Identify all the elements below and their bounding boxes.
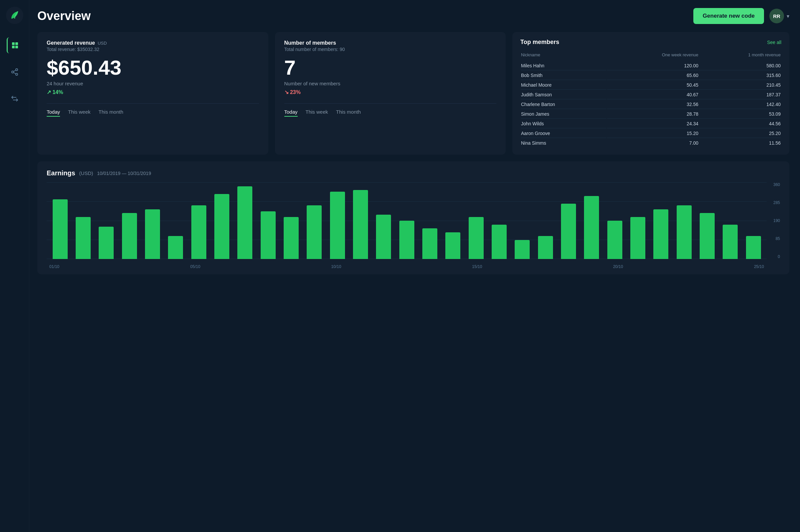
logo [6,7,23,24]
svg-point-6 [12,71,14,73]
member-month-revenue: 187.37 [699,90,781,99]
revenue-tab-today[interactable]: Today [47,109,60,117]
bar [261,211,276,259]
earnings-header: Earnings (USD) 10/01/2019 — 10/31/2019 [47,169,780,177]
bar-group [119,182,140,259]
bar [723,225,738,259]
bar-group [512,182,533,259]
bar-group [327,182,348,259]
bar [445,232,460,259]
avatar-button[interactable]: RR ▾ [769,9,789,23]
svg-line-8 [13,73,16,74]
generate-code-button[interactable]: Generate new code [693,8,764,24]
chevron-down-icon: ▾ [787,13,789,19]
bar-group [442,182,464,259]
members-tab-month[interactable]: This month [336,109,361,117]
bar [492,225,507,259]
bar [353,190,368,259]
avatar: RR [769,9,784,23]
bar [538,236,553,259]
member-month-revenue: 210.45 [699,81,781,90]
x-label-2510: 25/10 [754,264,764,269]
svg-rect-3 [12,46,15,48]
revenue-tab-week[interactable]: This week [68,109,91,117]
table-row: Bob Smith 65.60 315.60 [521,71,781,80]
members-sublabel: Total number of members: 90 [284,47,497,52]
bar-group [234,182,256,259]
member-name: Simon James [521,110,606,119]
revenue-tab-month[interactable]: This month [99,109,123,117]
top-members-title: Top members [520,39,559,46]
bar [191,205,206,259]
member-week-revenue: 7.00 [607,139,698,147]
revenue-label: Generated revenue [47,40,95,46]
table-row: John Wilds 24.34 44.56 [521,119,781,128]
col-nickname: Nickname [521,51,606,61]
bar-group [743,182,764,259]
sidebar-item-transfer[interactable] [7,91,23,107]
table-row: Miles Hahn 120.00 580.00 [521,61,781,70]
bar [122,213,137,259]
table-row: Michael Moore 50.45 210.45 [521,81,781,90]
x-label-1510: 15/10 [472,264,482,269]
member-week-revenue: 120.00 [607,61,698,70]
member-name: Nina Simms [521,139,606,147]
bar [53,200,68,259]
revenue-value: $650.43 [47,57,259,78]
bar-group [350,182,371,259]
sidebar-item-dashboard[interactable] [7,37,23,53]
bar-group [165,182,186,259]
bar-group [211,182,232,259]
members-card: Number of members Total number of member… [275,32,506,155]
sidebar-item-share[interactable] [7,64,23,80]
svg-rect-2 [15,42,18,45]
bar [168,236,183,259]
member-month-revenue: 315.60 [699,71,781,80]
bar [330,192,345,259]
revenue-desc: 24 hour revenue [47,81,259,86]
see-all-link[interactable]: See all [767,40,781,45]
members-tab-today[interactable]: Today [284,109,298,117]
cards-row: Generated revenue USD Total revenue: $35… [37,32,789,155]
earnings-range: 10/01/2019 — 10/31/2019 [97,171,151,176]
chart-x-labels: 01/10 05/10 10/10 15/10 20/10 25/10 [47,264,767,269]
bar-group [558,182,579,259]
x-label-0510: 05/10 [190,264,200,269]
bar [214,194,229,259]
member-week-revenue: 32.56 [607,100,698,109]
member-week-revenue: 24.34 [607,119,698,128]
sidebar-nav [7,37,23,525]
earnings-chart: 360 285 190 85 0 01/10 05/10 10/10 15/10… [47,182,780,269]
bar-group [142,182,163,259]
revenue-trend: ↗ 14% [47,89,259,95]
bar-group [627,182,648,259]
bar [399,221,414,259]
bar [284,217,299,259]
trend-up-icon: ↗ [47,89,51,95]
bar [145,209,160,259]
member-name: John Wilds [521,119,606,128]
svg-point-7 [16,73,18,75]
bar-group [280,182,302,259]
bar-group [650,182,672,259]
table-row: Nina Simms 7.00 11.56 [521,139,781,147]
member-week-revenue: 50.45 [607,81,698,90]
page-title: Overview [37,9,91,23]
members-tab-week[interactable]: This week [306,109,328,117]
member-month-revenue: 53.09 [699,110,781,119]
bar-group [396,182,417,259]
col-month-revenue: 1 month revenue [699,51,781,61]
col-week-revenue: One week revenue [607,51,698,61]
member-name: Charlene Barton [521,100,606,109]
bar [630,217,645,259]
chart-bars [47,182,767,259]
member-month-revenue: 25.20 [699,129,781,138]
sidebar [0,0,29,532]
bar [237,186,252,259]
bar-group [673,182,695,259]
bar [653,209,668,259]
top-members-header: Top members See all [520,39,781,46]
bar [677,205,692,259]
member-name: Bob Smith [521,71,606,80]
member-week-revenue: 15.20 [607,129,698,138]
